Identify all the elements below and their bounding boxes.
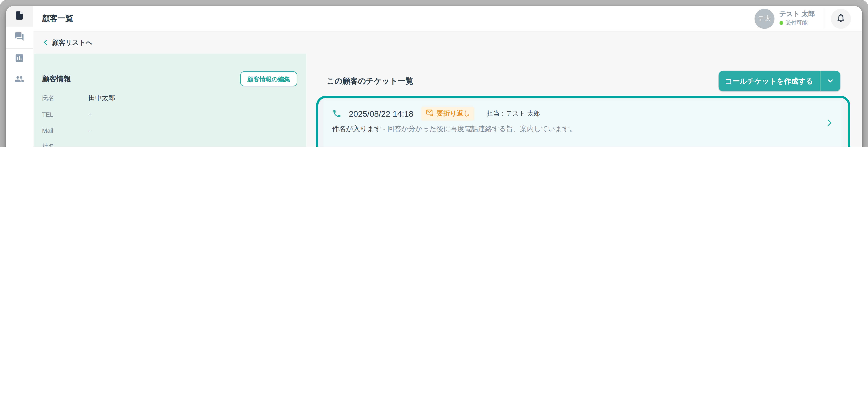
status-text: 受付可能 <box>785 19 807 27</box>
ticket-list-highlight-box: 2025/08/22 14:18 要折り返し 担当：テスト 太郎 件名が入ります… <box>316 96 850 147</box>
breadcrumb-back-link[interactable]: 顧客リストへ <box>43 32 93 54</box>
breadcrumb-label: 顧客リストへ <box>52 38 93 47</box>
mail-forward-icon <box>426 108 434 119</box>
callback-required-badge: 要折り返し <box>421 106 475 120</box>
main-content: 顧客リストへ 顧客情報 顧客情報の編集 氏名 田中太郎 TEL - Mail <box>33 32 862 147</box>
avatar[interactable]: テ太 <box>754 8 774 29</box>
user-menu[interactable]: テスト 太郎 受付可能 <box>779 10 815 27</box>
sidebar-item-chat[interactable] <box>6 27 33 48</box>
page-title: 顧客一覧 <box>42 13 73 24</box>
field-label: Mail <box>42 127 89 134</box>
chevron-down-icon <box>827 76 834 86</box>
people-icon <box>14 74 24 86</box>
ticket-assignee: 担当：テスト 太郎 <box>487 109 540 118</box>
sidebar-item-reports[interactable] <box>6 49 33 70</box>
create-call-ticket-button[interactable]: コールチケットを作成する <box>719 71 820 91</box>
user-status: 受付可能 <box>779 19 815 27</box>
badge-label: 要折り返し <box>437 109 470 118</box>
edit-customer-button[interactable]: 顧客情報の編集 <box>240 71 298 86</box>
user-name: テスト 太郎 <box>779 10 815 18</box>
app-window: 顧客一覧 テ太 テスト 太郎 受付可能 <box>6 6 862 147</box>
create-ticket-split-button: コールチケットを作成する <box>719 71 840 91</box>
notifications-button[interactable] <box>831 8 851 29</box>
field-value: - <box>89 142 91 147</box>
field-row-company: 社名 - <box>42 138 299 147</box>
chat-icon <box>14 32 24 44</box>
field-label: 社名 <box>42 142 89 147</box>
field-row-tel: TEL - <box>42 106 299 122</box>
sidebar <box>6 6 33 147</box>
ticket-summary-row: 件名が入ります - 回答が分かった後に再度電話連絡する旨、案内しています。 <box>332 124 576 134</box>
field-value: 田中太郎 <box>89 93 115 103</box>
status-dot-icon <box>779 21 783 25</box>
create-ticket-dropdown-toggle[interactable] <box>820 71 840 91</box>
top-header: 顧客一覧 テ太 テスト 太郎 受付可能 <box>33 6 862 31</box>
document-icon <box>14 10 24 23</box>
customer-info-panel: 顧客情報 顧客情報の編集 氏名 田中太郎 TEL - Mail - <box>34 54 306 147</box>
chevron-right-icon <box>825 119 834 129</box>
header-divider <box>824 8 824 29</box>
phone-icon <box>332 109 342 118</box>
header-right-group: テ太 テスト 太郎 受付可能 <box>754 8 862 29</box>
ticket-meta-row: 2025/08/22 14:18 要折り返し 担当：テスト 太郎 <box>332 106 540 121</box>
field-row-name: 氏名 田中太郎 <box>42 90 299 106</box>
bell-icon <box>836 12 846 25</box>
field-row-mail: Mail - <box>42 122 299 138</box>
chart-icon <box>14 53 24 65</box>
chevron-left-icon <box>43 38 49 47</box>
ticket-row[interactable]: 2025/08/22 14:18 要折り返し 担当：テスト 太郎 件名が入ります… <box>323 100 842 147</box>
ticket-description: 回答が分かった後に再度電話連絡する旨、案内しています。 <box>388 125 576 133</box>
customer-info-title: 顧客情報 <box>42 74 71 84</box>
ticket-section-title: この顧客のチケット一覧 <box>327 76 413 86</box>
sidebar-item-documents[interactable] <box>6 6 33 27</box>
sidebar-item-customers[interactable] <box>6 70 33 91</box>
ticket-separator: - <box>381 125 388 133</box>
field-label: 氏名 <box>42 94 89 102</box>
field-value: - <box>89 110 91 118</box>
screenshot-frame: 顧客一覧 テ太 テスト 太郎 受付可能 <box>0 0 868 147</box>
field-value: - <box>89 126 91 134</box>
field-label: TEL <box>42 111 89 118</box>
ticket-subject: 件名が入ります <box>332 125 381 133</box>
customer-fields: 氏名 田中太郎 TEL - Mail - 社名 - <box>42 90 299 147</box>
ticket-datetime: 2025/08/22 14:18 <box>349 109 413 118</box>
